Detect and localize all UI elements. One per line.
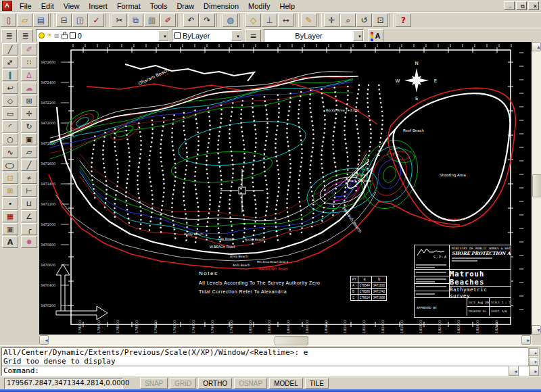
menu-format[interactable]: Format xyxy=(112,1,145,11)
line-button[interactable]: ╱ xyxy=(2,43,18,55)
trim-button[interactable]: ≁ xyxy=(21,172,37,184)
polygon-button[interactable]: ◇ xyxy=(2,95,18,107)
menu-modify[interactable]: Modify xyxy=(243,1,275,11)
help-button[interactable]: ? xyxy=(396,14,411,27)
menu-dimension[interactable]: Dimension xyxy=(199,1,243,11)
command-scroll-down-icon[interactable]: ▼ xyxy=(529,358,538,366)
paste-button[interactable]: ▥ xyxy=(144,14,160,27)
horizontal-scroll-thumb[interactable] xyxy=(275,336,308,345)
offset-button[interactable]: ☁ xyxy=(21,82,37,94)
match-properties-button[interactable]: ✐ xyxy=(160,14,176,27)
command-scroll-left-icon[interactable]: ◄ xyxy=(509,366,519,376)
toggle-ortho[interactable]: ORTHO xyxy=(198,378,232,389)
new-button[interactable]: ▯ xyxy=(1,14,16,27)
spline-button[interactable]: ∿ xyxy=(2,146,18,158)
menu-insert[interactable]: Insert xyxy=(84,1,112,11)
zoom-realtime-button[interactable]: ⌕ xyxy=(340,14,356,27)
toggle-model[interactable]: MODEL xyxy=(269,378,303,389)
zoom-window-button[interactable]: ⊡ xyxy=(373,14,388,27)
linetype-button[interactable]: ≡ xyxy=(245,29,261,43)
command-scrollbar[interactable]: ▲ ▼ xyxy=(528,347,540,366)
copy-object-button[interactable]: ∷ xyxy=(21,56,37,68)
redo-button[interactable]: ↷ xyxy=(199,14,215,27)
arc-button[interactable]: ◜ xyxy=(2,120,18,132)
redraw-button[interactable]: ✎ xyxy=(301,14,316,27)
scroll-up-arrow[interactable]: ▲ xyxy=(532,42,541,51)
ucs-button[interactable]: ⊥ xyxy=(262,14,277,27)
spelling-button[interactable]: ✓ xyxy=(89,14,104,27)
make-block-button[interactable]: ⊞ xyxy=(2,185,18,197)
command-scroll-up-icon[interactable]: ▲ xyxy=(529,348,538,356)
save-button[interactable]: ▤ xyxy=(33,14,49,27)
launch-browser-button[interactable]: ◍ xyxy=(222,14,238,27)
menu-edit[interactable]: Edit xyxy=(37,1,59,11)
break-button[interactable]: ⊔ xyxy=(21,197,37,210)
menu-tools[interactable]: Tools xyxy=(145,1,172,11)
layer-on-bulb-icon[interactable] xyxy=(39,32,45,39)
explode-button[interactable]: ✸ xyxy=(21,236,37,248)
rectangle-button[interactable]: ▭ xyxy=(2,107,18,120)
canvas-horizontal-scrollbar[interactable]: ◄ ► xyxy=(39,335,532,345)
point-button[interactable]: • xyxy=(2,197,18,210)
print-button[interactable]: ⊟ xyxy=(56,14,72,27)
menu-file[interactable]: File xyxy=(15,1,37,11)
color-dropdown-arrow[interactable]: ▼ xyxy=(231,30,241,41)
polyline-button[interactable]: ↩ xyxy=(2,82,18,94)
stretch-button[interactable]: ▱ xyxy=(21,146,37,158)
color-dropdown[interactable]: ByLayer ▼ xyxy=(172,29,242,43)
toggle-grid[interactable]: GRID xyxy=(170,378,196,389)
toggle-tile[interactable]: TILE xyxy=(305,378,329,389)
minimize-button[interactable]: – xyxy=(504,1,515,10)
text-style-button[interactable]: A xyxy=(368,29,383,43)
restore-button[interactable]: ⧉ xyxy=(516,1,527,10)
scroll-right-arrow[interactable]: ► xyxy=(521,335,531,345)
open-button[interactable]: ▱ xyxy=(17,14,32,27)
region-button[interactable]: ▣ xyxy=(2,223,18,235)
layer-dropdown-arrow[interactable]: ▼ xyxy=(158,30,168,41)
hatch-button[interactable]: ▦ xyxy=(2,210,18,222)
pan-realtime-button[interactable]: ✛ xyxy=(324,14,339,27)
layer-dropdown[interactable]: ☀ ▥ 0 ▼ xyxy=(36,29,169,43)
chamfer-button[interactable]: ∠ xyxy=(21,210,37,222)
menu-draw[interactable]: Draw xyxy=(172,1,199,11)
array-button[interactable]: ⊞ xyxy=(21,95,37,107)
canvas-vertical-scrollbar[interactable]: ▲ ▼ xyxy=(532,42,541,335)
undo-button[interactable]: ↶ xyxy=(183,14,199,27)
command-scroll-right-icon[interactable]: ► xyxy=(529,366,539,376)
menu-help[interactable]: Help xyxy=(275,1,300,11)
layer-viewport-icon[interactable]: ▥ xyxy=(54,32,60,39)
layers-button[interactable]: ≣ xyxy=(1,29,17,43)
scroll-left-arrow[interactable]: ◄ xyxy=(39,335,49,345)
insert-block-button[interactable]: ⊡ xyxy=(2,172,18,184)
layer-lock-icon[interactable] xyxy=(62,34,68,39)
scale-button[interactable]: ▣ xyxy=(21,133,37,145)
layer-manager-button[interactable]: ≣ xyxy=(18,29,33,43)
print-preview-button[interactable]: ◫ xyxy=(72,14,88,27)
toggle-snap[interactable]: SNAP xyxy=(140,378,168,389)
extend-button[interactable]: ⊢ xyxy=(21,185,37,197)
inquiry-distance-button[interactable]: ↔ xyxy=(278,14,293,27)
fillet-button[interactable]: ╭ xyxy=(21,223,37,235)
linetype-dropdown-arrow[interactable]: ▼ xyxy=(353,30,363,41)
scroll-down-arrow[interactable]: ▼ xyxy=(532,325,541,335)
zoom-previous-button[interactable]: ↺ xyxy=(356,14,372,27)
close-button[interactable]: ✕ xyxy=(528,1,539,10)
command-history[interactable]: All/Center/Dynamic/Extents/Previous/Scal… xyxy=(1,347,533,366)
multiline-button[interactable]: ∥ xyxy=(2,69,18,81)
toggle-osnap[interactable]: OSNAP xyxy=(234,378,267,389)
construction-line-button[interactable]: ↔ xyxy=(2,56,18,68)
drawing-canvas[interactable]: 3472600347240034722003472000347180034716… xyxy=(39,42,532,335)
lengthen-button[interactable]: ╱ xyxy=(21,159,37,171)
circle-button[interactable]: ○ xyxy=(2,133,18,145)
text-button[interactable]: A xyxy=(2,236,18,248)
object-snap-button[interactable]: ◇ xyxy=(245,14,261,27)
erase-button[interactable]: ✐ xyxy=(21,43,37,55)
layer-freeze-sun-icon[interactable]: ☀ xyxy=(47,32,52,39)
menu-view[interactable]: View xyxy=(59,1,85,11)
linetype-dropdown[interactable]: ByLayer ▼ xyxy=(264,29,364,43)
mirror-button[interactable]: ∆ xyxy=(21,69,37,81)
move-button[interactable]: ✛ xyxy=(21,107,37,120)
copy-button[interactable]: ⧉ xyxy=(128,14,143,27)
rotate-button[interactable]: ↻ xyxy=(21,120,37,132)
ellipse-button[interactable]: ○ xyxy=(2,159,18,171)
